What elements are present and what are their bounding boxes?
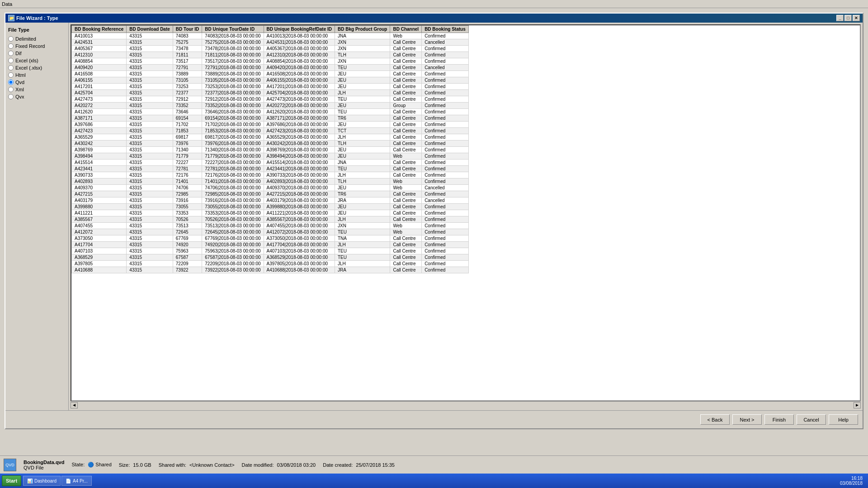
table-cell: A397805|2018-08-03 00:00:00 [264, 261, 335, 267]
table-cell: Call Centre [390, 109, 422, 115]
table-cell: 43315 [127, 141, 173, 147]
horizontal-scrollbar[interactable]: ◀ ▶ [71, 401, 861, 408]
table-cell: 72791 [173, 65, 202, 71]
table-row: A410688433157392273922|2018-08-03 00:00:… [72, 267, 469, 273]
table-cell: 71702|2018-08-03 00:00:00 [202, 122, 264, 128]
table-cell: Call Centre [390, 71, 422, 77]
table-cell: Confirmed [422, 115, 469, 122]
table-cell: 43315 [127, 39, 173, 46]
table-row: A398494433157177971779|2018-08-03 00:00:… [72, 153, 469, 160]
radio-xml-input[interactable] [8, 87, 14, 92]
table-cell: A420272 [72, 103, 127, 109]
table-row: A403179433157391673916|2018-08-03 00:00:… [72, 197, 469, 204]
table-cell: 73976|2018-08-03 00:00:00 [202, 141, 264, 147]
start-button[interactable]: Start [2, 475, 21, 486]
table-cell: 73922 [173, 267, 202, 273]
modified-label: Date modified: [242, 462, 274, 468]
table-cell: Cancelled [422, 197, 469, 204]
radio-excel-xls[interactable]: Excel (xls) [8, 58, 66, 63]
dialog-footer: < Back Next > Finish Cancel Help [5, 410, 863, 428]
dialog-titlebar-left: 📁 File Wizard : Type [8, 15, 58, 21]
table-cell: JLH [335, 90, 390, 96]
table-cell: 73353|2018-08-03 00:00:00 [202, 210, 264, 216]
table-cell: 70526|2018-08-03 00:00:00 [202, 216, 264, 223]
radio-xml[interactable]: Xml [8, 87, 66, 92]
table-cell: Confirmed [422, 103, 469, 109]
close-button[interactable]: ✕ [853, 15, 860, 21]
table-cell: A398494|2018-08-03 00:00:00 [264, 153, 335, 160]
table-cell: 72645 [173, 229, 202, 235]
table-cell: 43315 [127, 153, 173, 160]
help-button[interactable]: Help [829, 414, 858, 425]
table-cell: Call Centre [390, 254, 422, 261]
table-cell: Call Centre [390, 115, 422, 122]
radio-qvx[interactable]: Qvx [8, 94, 66, 99]
table-cell: A385567|2018-08-03 00:00:00 [264, 216, 335, 223]
table-cell: 43315 [127, 128, 173, 134]
table-cell: Confirmed [422, 261, 469, 267]
table-row: A412310433157181171811|2018-08-03 00:00:… [72, 52, 469, 58]
table-cell: 72209 [173, 261, 202, 267]
file-type-label: File Type [8, 27, 66, 33]
table-cell: 71779 [173, 153, 202, 160]
radio-qvd[interactable]: Qvd [8, 80, 66, 85]
minimize-button[interactable]: _ [836, 15, 844, 21]
radio-qvd-input[interactable] [8, 80, 14, 85]
maximize-button[interactable]: □ [844, 15, 852, 21]
radio-dif-input[interactable] [8, 51, 14, 56]
radio-html-input[interactable] [8, 72, 14, 78]
table-cell: A423441 [72, 166, 127, 172]
table-cell: Confirmed [422, 267, 469, 273]
taskbar-item-file[interactable]: 📄 A4 Pr... [61, 476, 92, 486]
table-cell: A409370|2018-08-03 00:00:00 [264, 185, 335, 191]
table-cell: A411221|2018-08-03 00:00:00 [264, 210, 335, 216]
table-cell: Confirmed [422, 77, 469, 84]
radio-excel-xls-input[interactable] [8, 58, 14, 63]
finish-button[interactable]: Finish [764, 414, 794, 425]
table-cell: A411221 [72, 210, 127, 216]
next-button[interactable]: Next > [732, 414, 762, 425]
table-cell: TNA [335, 235, 390, 242]
table-cell: TLH [335, 178, 390, 185]
radio-delimited-input[interactable] [8, 36, 14, 42]
radio-html[interactable]: Html [8, 72, 66, 78]
table-cell: JXN [335, 39, 390, 46]
radio-dif[interactable]: Dif [8, 51, 66, 56]
radio-qvx-input[interactable] [8, 94, 14, 99]
radio-fixed-record[interactable]: Fixed Record [8, 43, 66, 49]
taskbar-item-dashboard[interactable]: 📊 Dashboard [23, 476, 61, 486]
radio-qvx-label: Qvx [15, 94, 24, 99]
table-cell: Confirmed [422, 153, 469, 160]
table-cell: A408854|2018-08-03 00:00:00 [264, 58, 335, 65]
table-cell: JEU [335, 204, 390, 210]
scroll-left-arrow[interactable]: ◀ [71, 402, 78, 408]
radio-delimited[interactable]: Delimited [8, 36, 66, 42]
table-cell: Web [390, 178, 422, 185]
table-cell: A398769 [72, 147, 127, 153]
table-cell: 43315 [127, 235, 173, 242]
table-cell: 71779|2018-08-03 00:00:00 [202, 153, 264, 160]
radio-excel-xlsx-input[interactable] [8, 65, 14, 70]
radio-excel-xlsx[interactable]: Excel (.xlsx) [8, 65, 66, 70]
back-button[interactable]: < Back [700, 414, 730, 425]
table-row: A427473433157291272912|2018-08-03 00:00:… [72, 96, 469, 103]
table-cell: TEU [335, 254, 390, 261]
scroll-track[interactable] [78, 402, 854, 408]
table-cell: A387171 [72, 115, 127, 122]
table-cell: 73478|2018-08-03 00:00:00 [202, 46, 264, 52]
data-grid-container[interactable]: BD Booking Reference BD Download Date BD… [71, 24, 861, 401]
cancel-button[interactable]: Cancel [797, 414, 826, 425]
table-cell: A410013 [72, 33, 127, 39]
dialog-titlebar: 📁 File Wizard : Type _ □ ✕ [5, 14, 863, 23]
table-cell: 70526 [173, 216, 202, 223]
table-cell: 43315 [127, 191, 173, 197]
radio-fixed-record-input[interactable] [8, 43, 14, 49]
table-cell: 69817 [173, 134, 202, 141]
main-window: 📁 File Wizard : Type _ □ ✕ File Type Del… [0, 8, 868, 461]
table-cell: 43315 [127, 178, 173, 185]
table-cell: Confirmed [422, 84, 469, 90]
table-cell: A406155 [72, 77, 127, 84]
table-cell: Call Centre [390, 166, 422, 172]
scroll-right-arrow[interactable]: ▶ [854, 402, 861, 408]
table-cell: 72176|2018-08-03 00:00:00 [202, 172, 264, 178]
